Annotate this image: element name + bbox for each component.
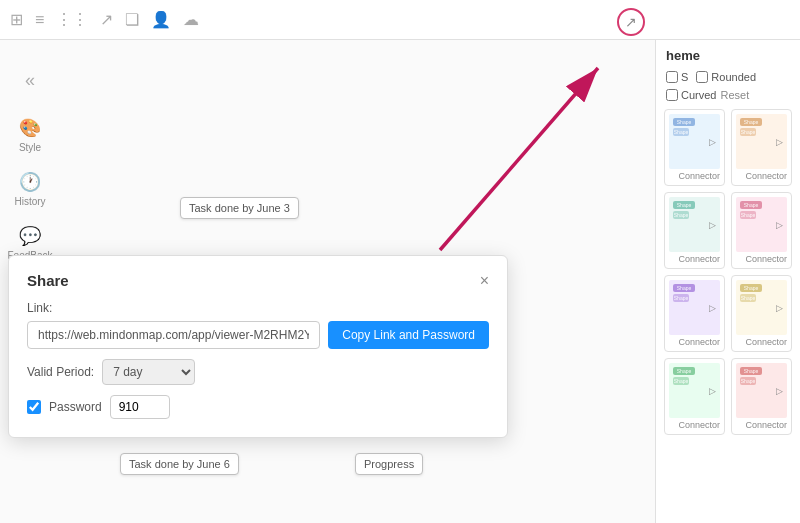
history-icon: 🕐 <box>19 171 41 193</box>
reset-button[interactable]: Reset <box>720 89 759 101</box>
sidebar-item-style[interactable]: 🎨 Style <box>19 117 41 153</box>
share-button-circled[interactable]: ↗ <box>617 8 645 36</box>
theme-card-7[interactable]: Shape Shape ▷ Connector <box>664 358 725 435</box>
right-panel: heme S Rounded Curved Reset Shape Shape … <box>655 40 800 523</box>
copy-link-password-button[interactable]: Copy Link and Password <box>328 321 489 349</box>
toolbar-icon-3[interactable]: ⋮⋮ <box>56 10 88 29</box>
toolbar-icon-2[interactable]: ≡ <box>35 11 44 29</box>
toolbar-icon-5[interactable]: ❏ <box>125 10 139 29</box>
toolbar-icon-1[interactable]: ⊞ <box>10 10 23 29</box>
valid-label: Valid Period: <box>27 365 94 379</box>
password-row: Password <box>27 395 489 419</box>
link-row: Copy Link and Password <box>27 321 489 349</box>
toolbar-icon-6[interactable]: 👤 <box>151 10 171 29</box>
link-label: Link: <box>27 301 489 315</box>
feedback-icon: 💬 <box>19 225 41 247</box>
close-button[interactable]: × <box>480 273 489 289</box>
option-curved[interactable]: Curved <box>666 89 716 101</box>
theme-card-3[interactable]: Shape Shape ▷ Connector <box>664 192 725 269</box>
theme-card-4[interactable]: Shape Shape ▷ Connector <box>731 192 792 269</box>
dialog-header: Share × <box>27 272 489 289</box>
share-dialog: Share × Link: Copy Link and Password Val… <box>8 255 508 438</box>
password-label: Password <box>49 400 102 414</box>
node-progress[interactable]: Progpress <box>355 453 423 475</box>
option-rounded-checkbox[interactable] <box>696 71 708 83</box>
theme-card-8[interactable]: Shape Shape ▷ Connector <box>731 358 792 435</box>
theme-card-1[interactable]: Shape Shape ▷ Connector <box>664 109 725 186</box>
panel-title: heme <box>656 40 800 67</box>
svg-line-1 <box>440 68 598 250</box>
option-rounded[interactable]: Rounded <box>696 71 756 83</box>
password-checkbox[interactable] <box>27 400 41 414</box>
toolbar: ⊞ ≡ ⋮⋮ ↗ ❏ 👤 ☁ <box>0 0 800 40</box>
option-s[interactable]: S <box>666 71 688 83</box>
password-input[interactable] <box>110 395 170 419</box>
valid-period-row: Valid Period: 7 day 1 day 3 day 30 day P… <box>27 359 489 385</box>
toolbar-icon-4[interactable]: ↗ <box>100 10 113 29</box>
node-task-june3[interactable]: Task done by June 3 <box>180 197 299 219</box>
theme-card-6[interactable]: Shape Shape ▷ Connector <box>731 275 792 352</box>
theme-card-5[interactable]: Shape Shape ▷ Connector <box>664 275 725 352</box>
chevron-back-icon[interactable]: « <box>25 70 35 91</box>
toolbar-icon-7[interactable]: ☁ <box>183 10 199 29</box>
option-s-checkbox[interactable] <box>666 71 678 83</box>
style-icon: 🎨 <box>19 117 41 139</box>
option-curved-checkbox[interactable] <box>666 89 678 101</box>
node-task-june6[interactable]: Task done by June 6 <box>120 453 239 475</box>
share-icon: ↗ <box>625 14 637 30</box>
valid-period-select[interactable]: 7 day 1 day 3 day 30 day Permanent <box>102 359 195 385</box>
panel-options-row: S Rounded <box>656 67 800 87</box>
link-input[interactable] <box>27 321 320 349</box>
dialog-title: Share <box>27 272 69 289</box>
theme-card-2[interactable]: Shape Shape ▷ Connector <box>731 109 792 186</box>
sidebar-item-history[interactable]: 🕐 History <box>14 171 45 207</box>
left-panel: « 🎨 Style 🕐 History 💬 FeedBack <box>0 50 60 261</box>
theme-grid: Shape Shape ▷ Connector Shape Shape ▷ Co… <box>656 103 800 441</box>
